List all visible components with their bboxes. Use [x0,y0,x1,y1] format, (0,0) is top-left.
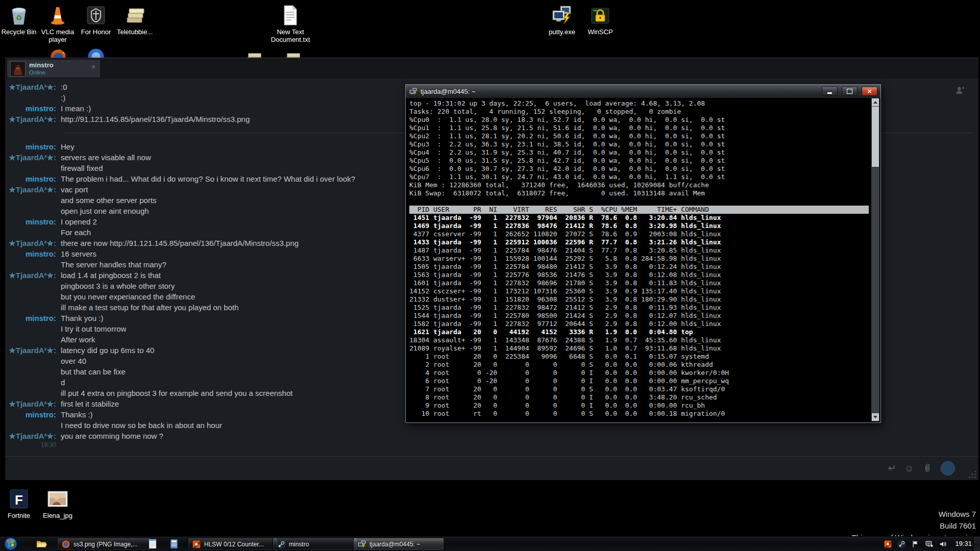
desktop-icon-for-honor[interactable]: For Honor [74,4,118,36]
process-row: 1621 tjaarda 20 0 44192 4152 3336 R 1.9 … [409,328,869,336]
winscp-icon [589,4,611,27]
sender-name[interactable]: minstro: [5,216,56,227]
message-text: firewall fixed [61,163,103,173]
process-row: 7 root 20 0 0 0 0 S 0.0 0.0 0:03.47 ksof… [409,385,869,393]
sender-name[interactable]: ★TjaardA²★: [5,238,56,248]
sender-name[interactable]: ★TjaardA²★: [5,82,56,92]
desktop-icon-new-text-document-txt[interactable]: New Text Document.txt [268,4,313,43]
process-row: 1544 tjaarda -99 1 225780 98500 21424 S … [409,312,869,320]
tray-network-icon[interactable] [925,540,934,548]
chat-tab-minstro[interactable]: minstro Online × [7,60,100,78]
process-row: 18304 assault+ -99 1 143348 87676 24388 … [409,336,869,344]
sender-name[interactable]: ★TjaardA²★: [5,270,56,281]
sender-name[interactable]: minstro: [5,409,56,420]
explorer-icon[interactable] [36,538,47,549]
sender-name-empty [5,334,56,345]
process-row: 1505 tjaarda -99 1 225784 98480 21412 S … [409,263,869,271]
scroll-down-icon[interactable] [872,413,879,421]
tray-volume-icon[interactable] [939,540,947,548]
sender-name-empty [5,356,56,366]
sender-name[interactable]: ★TjaardA²★: [5,431,56,441]
scroll-up-icon[interactable] [872,98,879,106]
terminal-summary-line: Tasks: 220 total, 4 running, 152 sleepin… [409,108,869,116]
resize-grip-icon[interactable] [968,470,976,478]
putty-window: tjaarda@m0445: ~ ✕ top - 19:31:02 up 3 d… [405,84,881,423]
window-title: tjaarda@m0445: ~ [421,88,818,95]
sender-name[interactable]: ★TjaardA²★: [5,152,56,163]
sender-name-empty [5,206,56,216]
sender-name[interactable]: minstro: [5,248,56,259]
desktop-icon-label: WinSCP [578,28,623,36]
putty-icon [409,87,418,96]
tray-flag-icon[interactable] [911,540,920,548]
process-row: 1525 tjaarda -99 1 227832 98472 21412 S … [409,304,869,312]
system-tray [884,537,947,551]
start-button[interactable] [4,537,17,550]
send-enter-icon[interactable]: ↵ [888,463,896,473]
sender-name-empty [5,377,56,388]
forhonor-icon [85,4,107,27]
close-button[interactable]: ✕ [862,87,877,96]
avatar [10,61,26,77]
message-text: :0 [61,82,67,92]
process-row: 1601 tjaarda -99 1 227832 98696 21780 S … [409,279,869,287]
desktop-icon-label: New Text Document.txt [268,28,313,43]
desktop-icon-elena-jpg[interactable]: Elena_jpg [35,488,80,519]
desktop-icon-winscp[interactable]: WinSCP [578,4,623,36]
taskbar-button-ss3-png-png-image[interactable]: ss3.png (PNG Image,... [57,538,151,550]
taskbar-button-tjaarda-m0445[interactable]: tjaarda@m0445: ~ [353,538,444,550]
sender-name[interactable]: minstro: [5,103,56,114]
taskbar-clock[interactable]: 19:31 [955,537,972,551]
sender-name[interactable]: minstro: [5,173,56,184]
sender-name-empty [5,323,56,334]
paperclip-icon[interactable] [922,463,933,473]
sender-name[interactable]: ★TjaardA²★: [5,398,56,409]
taskbar-pinned-notepad[interactable] [147,538,158,549]
message-text: you are comming home now ? [61,431,163,441]
taskbar-button-hlsw-0-12-counter[interactable]: HLSW 0/12 Counter... [188,538,278,550]
taskbar-button-label: minstro [289,541,309,548]
putty-small-icon [357,540,366,549]
emoticon-icon[interactable]: ☺ [904,463,914,473]
message-text: http://91.121.145.85/panel/136/TjaardA/M… [61,114,250,124]
tray-hlsw-icon[interactable] [884,540,892,548]
message-text: I mean :) [61,103,91,114]
chat-input-bar: ↵ ☺ [5,456,978,480]
close-icon[interactable]: × [91,63,95,70]
terminal-summary-line: KiB Mem : 12286360 total, 371240 free, 1… [409,181,869,189]
putty-title-bar[interactable]: tjaarda@m0445: ~ ✕ [406,85,880,98]
tray-steam-icon[interactable] [897,540,906,548]
process-row: 2 root 20 0 0 0 0 S 0.0 0.0 0:00.06 kthr… [409,361,869,369]
terminal-summary-line: %Cpu5 : 0.0 us, 31.5 sy, 25.8 ni, 42.7 i… [409,157,869,165]
message-text: I try it out tomorrow [61,323,126,334]
taskbar-button-label: tjaarda@m0445: ~ [370,541,420,548]
show-desktop-button[interactable] [973,537,980,551]
sender-name[interactable]: ★TjaardA²★: [5,114,56,124]
chat-message-input[interactable] [12,464,880,473]
sender-name[interactable]: ★TjaardA²★: [5,345,56,356]
process-row: 4 root 0 -20 0 0 0 I 0.0 0.0 0:00.00 kwo… [409,369,869,377]
sender-name-empty [5,163,56,173]
taskbar-button-minstro[interactable]: minstro [273,538,357,550]
message-text: but you never experianced the diffrence [61,291,195,302]
terminal-screen[interactable]: top - 19:31:02 up 3 days, 22:25, 6 users… [407,98,879,421]
taskbar-pinned-calculator[interactable] [168,538,180,549]
sender-name-empty [5,366,56,377]
sender-name-empty [5,259,56,270]
sender-name-empty [5,92,56,103]
scrollbar-thumb[interactable] [872,107,879,167]
voice-chat-button[interactable] [941,461,955,475]
desktop: Windows 7 Build 7601 This copy of Window… [0,0,980,551]
process-row: 4377 csserver -99 1 262652 110820 27072 … [409,230,869,238]
minimize-button[interactable] [822,87,838,96]
sender-name[interactable]: ★TjaardA²★: [5,184,56,195]
maximize-button[interactable] [842,87,857,96]
terminal-scrollbar[interactable] [871,98,879,421]
message-text: there are now http://91.121.145.85/panel… [61,238,299,248]
sender-name-empty [5,227,56,238]
sender-name[interactable]: minstro: [5,141,56,152]
sender-name[interactable]: minstro: [5,313,56,323]
sender-name-empty [5,420,56,431]
terminal-summary-line: %Cpu2 : 1.1 us, 28.1 sy, 20.2 ni, 50.6 i… [409,132,869,140]
desktop-icon-teletubbie[interactable]: Teletubbie... [112,4,157,36]
